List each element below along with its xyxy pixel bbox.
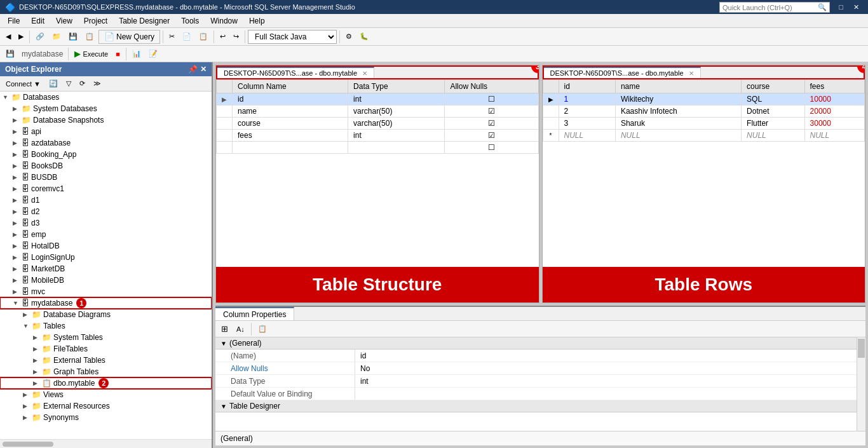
structure-row[interactable]: namevarchar(50)☑ xyxy=(217,105,539,118)
tree-item[interactable]: ▶🗄d1 xyxy=(0,194,212,206)
tree-item[interactable]: ▶📁External Tables xyxy=(0,355,212,366)
tree-item[interactable]: ▶🗄api xyxy=(0,126,212,137)
oe-connect-button[interactable]: Connect ▼ xyxy=(3,77,44,91)
toolbar-btn-3[interactable]: 💾 xyxy=(65,30,81,44)
structure-row[interactable]: feesint☑ xyxy=(217,130,539,142)
menu-help[interactable]: Help xyxy=(244,15,270,27)
structure-row[interactable]: coursevarchar(50)☑ xyxy=(217,118,539,130)
menu-file[interactable]: File xyxy=(3,15,25,27)
table-designer-section-header[interactable]: ▼ Table Designer xyxy=(215,400,857,412)
tree-item[interactable]: ▶🗄BooksDB xyxy=(0,160,212,172)
tree-item[interactable]: ▶🗄MarketDB xyxy=(0,263,212,275)
prop-scrollbar[interactable] xyxy=(857,337,865,431)
tree-item[interactable]: ▶🗄LoginSignUp xyxy=(0,252,212,263)
tree-item[interactable]: ▶🗄BUSDB xyxy=(0,172,212,183)
tree-item[interactable]: ▶🗄coremvc1 xyxy=(0,183,212,194)
oe-close-icon[interactable]: ✕ xyxy=(200,65,207,74)
tree-item[interactable]: ▶📁External Resources xyxy=(0,400,212,412)
menu-tools[interactable]: Tools xyxy=(176,15,204,27)
close-button[interactable]: ✕ xyxy=(850,3,863,11)
tree-item[interactable]: ▶📁Synonyms xyxy=(0,412,212,423)
tree-item[interactable]: ▶📁System Databases xyxy=(0,103,212,114)
tree-item[interactable]: ▶🗄MobileDB xyxy=(0,275,212,286)
data-row[interactable]: 2Kaashiv InfotechDotnet20000 xyxy=(543,105,865,118)
toolbar-btn-2[interactable]: 📁 xyxy=(49,30,64,44)
prop-list: ▼ (General) (Name) id Allow Nulls No Dat… xyxy=(215,337,857,431)
paste-button[interactable]: 📋 xyxy=(196,30,211,44)
quick-launch-input[interactable] xyxy=(720,4,815,11)
tree-item[interactable]: ▶📁Views xyxy=(0,389,212,400)
tree-item[interactable]: ▶🗄Booking_App xyxy=(0,149,212,160)
prop-label-default-binding: Default Value or Binding xyxy=(215,388,355,400)
props-sort-btn[interactable]: ⊞ xyxy=(218,322,231,336)
tree-item[interactable]: ▼📁Databases xyxy=(0,92,212,103)
toolbar-sep-3 xyxy=(214,31,214,43)
tree-item[interactable]: ▶🗄emp xyxy=(0,229,212,240)
menu-view[interactable]: View xyxy=(51,15,78,27)
expand-icon: ▶ xyxy=(23,403,32,409)
table-structure-tab[interactable]: DESKTOP-N65D09T\S...ase - dbo.mytable ✕ xyxy=(217,67,374,78)
expand-icon: ▶ xyxy=(13,231,22,238)
tree-item[interactable]: ▶🗄d2 xyxy=(0,206,212,217)
top-panels: 3 DESKTOP-N65D09T\S...ase - dbo.mytable … xyxy=(213,62,868,306)
cut-button[interactable]: ✂ xyxy=(166,30,178,44)
undo-button[interactable]: ↩ xyxy=(217,30,229,44)
menu-edit[interactable]: Edit xyxy=(26,15,50,27)
item-icon: 📁 xyxy=(42,344,51,353)
data-row[interactable]: 3SharukFlutter30000 xyxy=(543,118,865,130)
column-props-tab[interactable]: Column Properties xyxy=(215,307,294,320)
table-rows-tab[interactable]: DESKTOP-N65D09T\S...ase - dbo.mytable ✕ xyxy=(544,67,701,78)
tree-item[interactable]: ▼🗄mydatabase1 xyxy=(0,297,212,309)
table-structure-tab-close[interactable]: ✕ xyxy=(362,70,367,77)
menu-table-designer[interactable]: Table Designer xyxy=(114,15,175,27)
tree-item[interactable]: ▶🗄HotalDB xyxy=(0,240,212,252)
stop-button[interactable]: ■ xyxy=(112,47,123,61)
data-row[interactable]: ▶1WikitechySQL10000 xyxy=(543,93,865,105)
general-section-header[interactable]: ▼ (General) xyxy=(215,337,857,350)
tree-item[interactable]: ▶📁Database Snapshots xyxy=(0,114,212,126)
tree-item[interactable]: ▶📁Database Diagrams xyxy=(0,309,212,320)
new-query-button[interactable]: 📄 New Query xyxy=(98,30,160,44)
item-icon: 📁 xyxy=(42,356,51,365)
toolbar2-btn-1[interactable]: 📊 xyxy=(129,47,144,61)
oe-refresh-button[interactable]: 🔄 xyxy=(46,77,61,91)
data-row[interactable]: *NULLNULLNULLNULL xyxy=(543,130,865,142)
item-label: api xyxy=(31,127,41,136)
structure-row[interactable]: ☐ xyxy=(217,142,539,154)
oe-sync-button[interactable]: ⟳ xyxy=(76,77,88,91)
table-rows-tab-close[interactable]: ✕ xyxy=(689,70,694,77)
item-label: dbo.mytable xyxy=(53,379,95,388)
save-all-button[interactable]: 💾 xyxy=(3,47,18,61)
execute-button[interactable]: ▶ Execute xyxy=(71,47,111,61)
menu-project[interactable]: Project xyxy=(79,15,112,27)
database-dropdown[interactable]: Full Stack Java mydatabase xyxy=(248,30,337,44)
toolbar2-btn-2[interactable]: 📝 xyxy=(146,47,161,61)
forward-button[interactable]: ▶ xyxy=(15,30,27,44)
quick-launch[interactable]: 🔍 xyxy=(719,2,830,13)
maximize-button[interactable]: □ xyxy=(835,3,847,11)
tree-item[interactable]: ▶🗄d3 xyxy=(0,217,212,229)
oe-filter-button[interactable]: ▽ xyxy=(63,77,74,91)
settings-btn[interactable]: ⚙ xyxy=(342,30,355,44)
tree-item[interactable]: ▶📁FileTables xyxy=(0,343,212,355)
debug-btn[interactable]: 🐛 xyxy=(356,30,372,44)
tree-item[interactable]: ▶📁Graph Tables xyxy=(0,366,212,377)
copy-button[interactable]: 📄 xyxy=(179,30,194,44)
props-list-btn[interactable]: 📋 xyxy=(255,322,270,336)
tree-item[interactable]: ▶📋dbo.mytable2 xyxy=(0,377,212,389)
toolbar-btn-4[interactable]: 📋 xyxy=(82,30,97,44)
oe-more-button[interactable]: ≫ xyxy=(90,77,104,91)
tree-item[interactable]: ▶📁System Tables xyxy=(0,332,212,343)
structure-row[interactable]: ▶idint☐ xyxy=(217,93,539,105)
expand-icon: ▶ xyxy=(13,197,22,203)
pin-icon[interactable]: 📌 xyxy=(188,65,198,74)
redo-button[interactable]: ↪ xyxy=(230,30,242,44)
oe-hscrollbar[interactable] xyxy=(0,439,212,448)
tree-item[interactable]: ▶🗄mvc xyxy=(0,286,212,297)
back-button[interactable]: ◀ xyxy=(3,30,14,44)
menu-window[interactable]: Window xyxy=(205,15,243,27)
tree-item[interactable]: ▶🗄azdatabase xyxy=(0,137,212,149)
tree-item[interactable]: ▼📁Tables xyxy=(0,320,212,332)
toolbar-btn-1[interactable]: 🔗 xyxy=(32,30,48,44)
props-az-btn[interactable]: A↓ xyxy=(233,322,248,336)
